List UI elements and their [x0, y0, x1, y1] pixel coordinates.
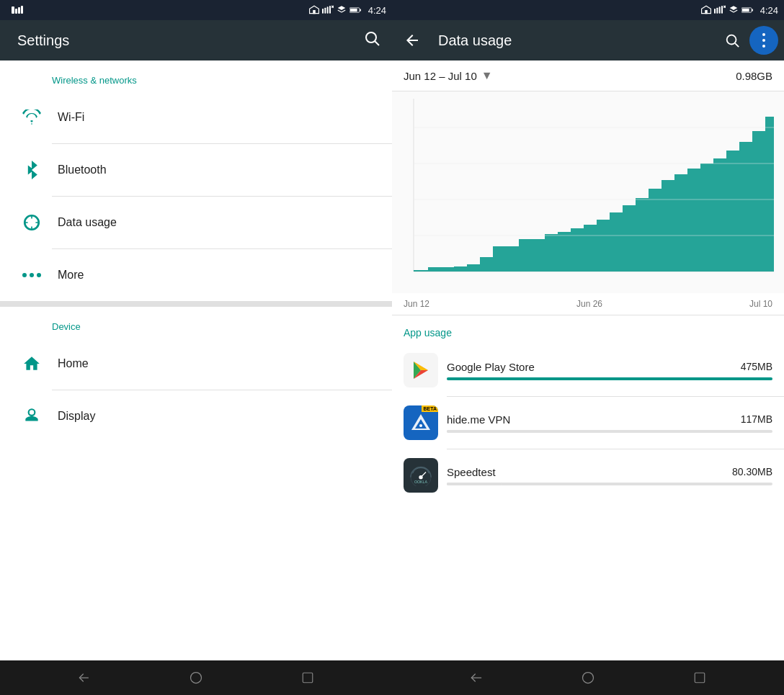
data-search-button[interactable]	[718, 26, 747, 55]
left-home-nav[interactable]	[174, 663, 218, 692]
svg-line-21	[729, 10, 733, 12]
svg-point-56	[190, 673, 201, 683]
header-actions	[718, 26, 778, 55]
date-range-selector[interactable]: Jun 12 – Jul 10 ▼	[404, 69, 493, 82]
svg-point-30	[30, 273, 34, 277]
bluetooth-icon	[17, 156, 46, 184]
left-recent-nav[interactable]	[286, 663, 329, 692]
display-label: Display	[58, 410, 95, 423]
search-icon[interactable]	[363, 30, 380, 51]
settings-content: Wireless & networks Wi-Fi Bluetoot	[0, 60, 392, 660]
data-usage-icon	[17, 208, 46, 237]
settings-item-bluetooth[interactable]: Bluetooth	[0, 144, 392, 196]
app-usage-header: App usage	[392, 315, 784, 344]
svg-rect-5	[324, 8, 326, 14]
svg-point-36	[762, 45, 765, 48]
play-store-usage: 475MB	[741, 361, 772, 372]
right-status-bar: 4:24	[392, 0, 784, 20]
back-button[interactable]	[398, 26, 427, 55]
date-range-bar: Jun 12 – Jul 10 ▼ 0.98GB	[392, 60, 784, 91]
svg-line-11	[342, 10, 345, 12]
right-status-icons: 4:24	[701, 5, 778, 16]
right-home-nav[interactable]	[566, 663, 610, 692]
svg-rect-60	[695, 673, 705, 683]
svg-point-50	[419, 424, 422, 427]
data-usage-title: Data usage	[432, 32, 712, 49]
wifi-icon	[17, 103, 46, 132]
hideme-usage: 117MB	[741, 413, 772, 425]
svg-point-34	[762, 33, 765, 36]
svg-rect-24	[742, 9, 749, 12]
speedtest-info: Speedtest 80.30MB	[447, 466, 772, 485]
svg-rect-3	[21, 6, 23, 14]
data-usage-panel: Data usage	[392, 20, 784, 660]
svg-rect-1	[15, 9, 17, 14]
chart-label-start: Jun 12	[404, 299, 429, 309]
svg-rect-15	[714, 9, 716, 14]
app-item-speedtest[interactable]: OOKLA Speedtest 80.30MB	[392, 449, 784, 501]
speedtest-usage: 80.30MB	[732, 466, 772, 477]
right-time: 4:24	[760, 5, 778, 16]
svg-line-27	[375, 42, 380, 46]
play-store-name: Google Play Store	[447, 361, 535, 373]
speedtest-name: Speedtest	[447, 466, 496, 478]
svg-rect-4	[322, 9, 324, 14]
speedtest-icon: OOKLA	[404, 458, 438, 493]
hideme-bar-bg	[447, 430, 772, 433]
svg-point-26	[366, 32, 376, 42]
display-icon	[17, 402, 46, 431]
more-options-button[interactable]	[749, 26, 778, 55]
settings-item-more[interactable]: More	[0, 249, 392, 301]
svg-rect-2	[18, 7, 20, 14]
app-item-play-store[interactable]: Google Play Store 475MB	[392, 344, 784, 396]
right-recent-nav[interactable]	[678, 663, 721, 692]
home-icon	[17, 349, 46, 378]
speedtest-name-row: Speedtest 80.30MB	[447, 466, 772, 478]
svg-point-31	[37, 273, 41, 277]
more-dots-icon	[17, 261, 46, 290]
svg-line-10	[337, 10, 341, 12]
svg-rect-16	[716, 8, 718, 14]
play-store-name-row: Google Play Store 475MB	[447, 361, 772, 373]
left-back-nav[interactable]	[63, 663, 106, 692]
left-time: 4:24	[368, 5, 386, 16]
date-range-text: Jun 12 – Jul 10	[404, 70, 477, 82]
more-label: More	[58, 269, 84, 282]
wireless-networks-section-header: Wireless & networks	[0, 60, 392, 91]
hideme-bar-fill	[447, 430, 528, 433]
svg-point-32	[727, 35, 736, 45]
svg-line-33	[735, 43, 739, 47]
data-usage-header: Data usage	[392, 20, 784, 60]
device-section-header: Device	[0, 307, 392, 338]
settings-header: Settings	[0, 20, 392, 60]
svg-point-29	[22, 273, 27, 277]
nav-bars-row	[0, 660, 784, 695]
settings-panel: Settings Wireless & networks Wi-Fi	[0, 20, 392, 660]
hideme-name: hide.me VPN	[447, 413, 510, 426]
data-usage-chart: Jun 12 Jun 26 Jul 10	[392, 91, 784, 315]
play-store-info: Google Play Store 475MB	[447, 361, 772, 380]
app-item-hideme[interactable]: BETA hide.me VPN 117MB	[392, 397, 784, 449]
dropdown-arrow-icon: ▼	[481, 69, 493, 82]
right-back-nav[interactable]	[455, 663, 498, 692]
left-nav-bar	[0, 660, 392, 695]
svg-rect-6	[326, 6, 328, 13]
play-store-icon	[404, 353, 438, 387]
svg-text:OOKLA: OOKLA	[414, 480, 428, 484]
settings-item-wifi[interactable]: Wi-Fi	[0, 91, 392, 143]
data-usage-label: Data usage	[58, 216, 117, 229]
bluetooth-label: Bluetooth	[58, 163, 107, 176]
chart-label-end: Jul 10	[749, 299, 772, 309]
settings-item-data-usage[interactable]: Data usage	[0, 197, 392, 248]
settings-item-display[interactable]: Display	[0, 390, 392, 442]
chart-label-mid: Jun 26	[576, 299, 602, 309]
settings-title: Settings	[17, 32, 69, 49]
settings-item-home[interactable]: Home	[0, 338, 392, 390]
section-divider	[0, 301, 392, 307]
left-status-icons: 4:24	[309, 5, 386, 16]
left-status-bar: 4:24	[0, 0, 392, 20]
left-notification-icons	[12, 5, 23, 15]
svg-rect-18	[721, 6, 723, 14]
right-nav-bar	[392, 660, 784, 695]
chart-svg	[392, 91, 784, 293]
